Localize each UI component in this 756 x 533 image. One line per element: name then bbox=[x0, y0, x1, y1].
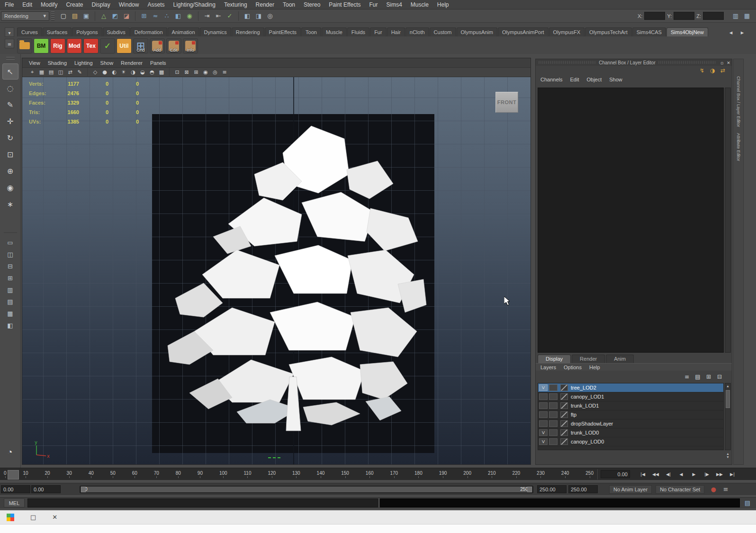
step-forward-key-button[interactable]: ▶▶ bbox=[713, 470, 726, 479]
layer-color-swatch[interactable] bbox=[560, 429, 568, 436]
float-panel-icon[interactable]: ▫ bbox=[719, 60, 725, 66]
viewport-menu-item[interactable]: Shading bbox=[48, 60, 67, 66]
channel-box-menu-item[interactable]: Object bbox=[586, 77, 602, 82]
layer-row[interactable]: ftp bbox=[538, 410, 723, 419]
scroll-up-icon[interactable]: ▲ bbox=[725, 383, 730, 389]
menu-item[interactable]: Sims4 bbox=[387, 1, 402, 8]
info-shelf-button[interactable]: Info bbox=[183, 38, 198, 53]
persp-graph-layout-button[interactable]: ▤ bbox=[2, 296, 18, 307]
layer-playback-toggle[interactable] bbox=[549, 384, 558, 391]
layout-spinner-icon[interactable]: ◔ bbox=[3, 445, 17, 459]
create-layer-from-selected-icon[interactable]: ⊟ bbox=[715, 373, 724, 381]
menu-item[interactable]: Display bbox=[91, 1, 110, 8]
menu-item[interactable]: Create bbox=[66, 1, 83, 8]
ipr-render-icon[interactable]: ◨ bbox=[253, 11, 264, 21]
range-slider-range[interactable]: 0 250 bbox=[81, 487, 532, 492]
layer-overrides-icon[interactable]: ▤ bbox=[693, 373, 702, 381]
animation-preferences-icon[interactable]: ≡ bbox=[720, 484, 731, 495]
layer-visibility-toggle[interactable] bbox=[539, 420, 548, 427]
range-start-handle[interactable] bbox=[81, 487, 86, 492]
current-frame-indicator[interactable] bbox=[8, 470, 19, 480]
shelf-tab[interactable]: OlympusAnimPort bbox=[498, 27, 549, 36]
menu-item[interactable]: Edit bbox=[22, 1, 32, 8]
persp-outliner-layout-button[interactable]: ▥ bbox=[2, 284, 18, 295]
shelf-tab[interactable]: Fluids bbox=[347, 27, 369, 36]
menu-item[interactable]: Muscle bbox=[411, 1, 429, 8]
layer-visibility-toggle[interactable] bbox=[539, 393, 548, 400]
viewport-menu-item[interactable]: Panels bbox=[150, 60, 166, 66]
character-set-button[interactable]: No Character Set bbox=[656, 485, 704, 494]
open-scene-icon[interactable]: ▤ bbox=[70, 11, 80, 21]
speed-controls-icon[interactable]: ◑ bbox=[708, 66, 717, 75]
layer-row[interactable]: canopy_LOD1 bbox=[538, 392, 723, 401]
layer-row[interactable]: V canopy_LOD0 bbox=[538, 437, 723, 446]
auto-keyframe-icon[interactable]: ● bbox=[708, 484, 719, 495]
shelf-tab[interactable]: PaintEffects bbox=[265, 27, 301, 36]
shelf-tab[interactable]: Custom bbox=[430, 27, 456, 36]
shelf-tab[interactable]: Sims4CAS bbox=[632, 27, 666, 36]
viewport-menu-item[interactable]: Renderer bbox=[121, 60, 143, 66]
grease-pencil-icon[interactable]: ✎ bbox=[75, 68, 84, 77]
range-slider-track[interactable]: 0 250 bbox=[80, 486, 533, 493]
camera-attributes-icon[interactable]: ▦ bbox=[37, 68, 46, 77]
layer-playback-toggle[interactable] bbox=[549, 411, 558, 418]
show-ui-elements-icon[interactable]: ▥ bbox=[730, 11, 741, 21]
screen-space-ao-icon[interactable]: ◒ bbox=[138, 68, 147, 77]
close-icon[interactable]: ✕ bbox=[52, 514, 57, 521]
x-coordinate-field[interactable] bbox=[644, 12, 665, 20]
shelf-tab[interactable]: Deformation bbox=[130, 27, 167, 36]
shelf-tab[interactable]: Polygons bbox=[72, 27, 102, 36]
bookmark-icon[interactable]: ▤ bbox=[47, 68, 55, 77]
tree-model[interactable] bbox=[162, 117, 434, 439]
single-pane-layout-button[interactable]: ▭ bbox=[2, 237, 18, 248]
shelf-tab[interactable]: OlympusTechArt bbox=[585, 27, 632, 36]
channel-box-menu-item[interactable]: Channels bbox=[540, 77, 562, 82]
layer-playback-toggle[interactable] bbox=[549, 420, 558, 427]
approve-shelf-button[interactable]: ✓ bbox=[100, 38, 115, 53]
select-by-hierarchy-icon[interactable]: △ bbox=[99, 11, 109, 21]
layer-visibility-toggle[interactable] bbox=[539, 411, 548, 418]
textured-icon[interactable]: ◐ bbox=[110, 68, 118, 77]
soft-modification-tool[interactable]: ◉ bbox=[2, 179, 18, 195]
channel-box-menu-item[interactable]: Show bbox=[609, 77, 622, 82]
snap-to-points-icon[interactable]: ∴ bbox=[162, 11, 172, 21]
script-editor-icon[interactable]: ▤ bbox=[742, 498, 753, 508]
shelf-tab[interactable]: Subdivs bbox=[103, 27, 130, 36]
step-back-key-button[interactable]: ◀◀ bbox=[649, 470, 662, 479]
layer-color-swatch[interactable] bbox=[560, 411, 568, 418]
layer-color-swatch[interactable] bbox=[560, 438, 568, 445]
menu-item[interactable]: Assets bbox=[147, 1, 164, 8]
shadows-icon[interactable]: ◑ bbox=[129, 68, 137, 77]
shelf-tab[interactable]: nCloth bbox=[405, 27, 429, 36]
anim-layer-button[interactable]: No Anim Layer bbox=[609, 485, 652, 494]
persp-uv-layout-button[interactable]: ◧ bbox=[2, 320, 18, 331]
add-shelf-button[interactable]: Add bbox=[150, 38, 165, 53]
menu-item[interactable]: Fur bbox=[369, 1, 378, 8]
grid-shelf-button[interactable]: ⊞Grid bbox=[133, 38, 148, 53]
close-panel-icon[interactable]: ✕ bbox=[725, 60, 732, 66]
bm-shelf-button[interactable]: BM bbox=[34, 38, 49, 53]
isolate-select-icon[interactable]: ⊡ bbox=[173, 68, 181, 77]
layer-row[interactable]: V trunk_LOD0 bbox=[538, 428, 723, 437]
layer-editor-menu-item[interactable]: Options bbox=[564, 364, 582, 370]
select-by-component-icon[interactable]: ◪ bbox=[121, 11, 132, 21]
playback-end-field[interactable] bbox=[537, 485, 567, 493]
render-current-frame-icon[interactable]: ◧ bbox=[242, 11, 252, 21]
step-forward-frame-button[interactable]: |▶ bbox=[701, 470, 713, 479]
scroll-tabs-right-icon[interactable]: ▸ bbox=[737, 27, 747, 38]
scroll-tabs-left-icon[interactable]: ◂ bbox=[726, 27, 736, 38]
construction-history-icon[interactable]: ✓ bbox=[225, 11, 235, 21]
layer-color-swatch[interactable] bbox=[560, 420, 568, 427]
menu-item[interactable]: Modify bbox=[41, 1, 57, 8]
last-tool-used[interactable] bbox=[2, 213, 18, 229]
time-slider-track[interactable]: 0102030405060708090100110120130140150160… bbox=[0, 469, 598, 480]
scroll-up-icon[interactable]: ▲ bbox=[725, 452, 731, 455]
multisampling-icon[interactable]: ▩ bbox=[157, 68, 166, 77]
renderer-menu-icon[interactable]: ≡ bbox=[220, 68, 229, 77]
util-shelf-button[interactable]: Util bbox=[117, 38, 132, 53]
xray-icon[interactable]: ⊠ bbox=[182, 68, 191, 77]
show-manipulator-tool[interactable]: ∗ bbox=[2, 196, 18, 212]
tab-attribute-editor[interactable]: Attribute Editor bbox=[736, 133, 741, 161]
exposure-icon[interactable]: ◉ bbox=[201, 68, 210, 77]
menu-item[interactable]: Render bbox=[256, 1, 274, 8]
